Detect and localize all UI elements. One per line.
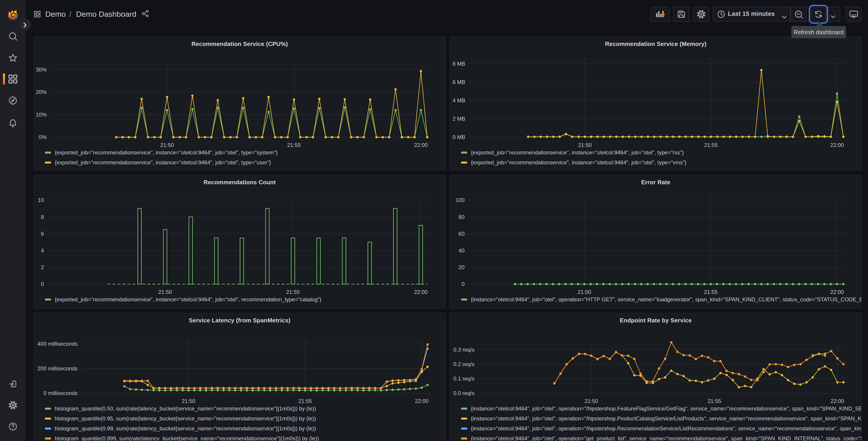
svg-text:30%: 30% — [36, 66, 46, 73]
svg-text:22:00: 22:00 — [414, 289, 428, 295]
svg-text:100: 100 — [456, 197, 465, 203]
svg-text:2 MB: 2 MB — [453, 116, 465, 122]
svg-text:80: 80 — [459, 214, 465, 220]
svg-text:2: 2 — [41, 264, 44, 270]
svg-text:{instance="otelcol:9464", job=: {instance="otelcol:9464", job="otel", op… — [471, 415, 862, 421]
svg-text:400 milliseconds: 400 milliseconds — [37, 341, 78, 347]
svg-text:{instance="otelcol:9464", job=: {instance="otelcol:9464", job="otel", op… — [471, 406, 862, 412]
svg-text:21:55: 21:55 — [298, 398, 312, 404]
svg-text:21:55: 21:55 — [708, 398, 721, 404]
svg-text:histogram_quantile(0.99, sum(r: histogram_quantile(0.99, sum(rate(latenc… — [55, 425, 316, 432]
svg-text:{instance="otelcol:9464", job=: {instance="otelcol:9464", job="otel", op… — [471, 435, 862, 441]
svg-text:{instance="otelcol:9464", job=: {instance="otelcol:9464", job="otel", op… — [471, 296, 862, 302]
svg-text:21:50: 21:50 — [182, 398, 195, 404]
svg-text:60: 60 — [459, 231, 465, 237]
svg-text:0: 0 — [462, 281, 465, 287]
svg-text:{exported_job="recommendations: {exported_job="recommendationservice", i… — [471, 159, 686, 166]
svg-text:{exported_job="recommendations: {exported_job="recommendationservice", i… — [55, 296, 321, 302]
svg-text:22:00: 22:00 — [415, 398, 429, 404]
svg-text:21:50: 21:50 — [578, 289, 591, 295]
svg-text:21:50: 21:50 — [585, 398, 598, 404]
svg-text:0.2 req/s: 0.2 req/s — [454, 361, 474, 367]
svg-text:200 milliseconds: 200 milliseconds — [37, 365, 78, 372]
svg-text:histogram_quantile(0.95, sum(r: histogram_quantile(0.95, sum(rate(latenc… — [55, 415, 316, 421]
svg-text:21:50: 21:50 — [158, 289, 172, 295]
svg-text:22:00: 22:00 — [414, 142, 428, 148]
svg-text:40: 40 — [459, 247, 465, 254]
svg-text:6 MB: 6 MB — [453, 79, 465, 85]
svg-text:0%: 0% — [39, 134, 46, 140]
svg-text:21:55: 21:55 — [287, 142, 301, 148]
svg-text:0 MB: 0 MB — [453, 134, 465, 140]
svg-text:21:50: 21:50 — [160, 142, 174, 148]
svg-text:0.3 req/s: 0.3 req/s — [454, 347, 474, 353]
svg-text:{exported_job="recommendations: {exported_job="recommendationservice", i… — [471, 149, 684, 155]
svg-text:10: 10 — [38, 197, 44, 203]
svg-text:0 milliseconds: 0 milliseconds — [43, 390, 78, 396]
svg-text:20: 20 — [459, 264, 465, 270]
svg-text:6: 6 — [41, 231, 44, 237]
svg-text:{exported_job="recommendations: {exported_job="recommendationservice", i… — [55, 159, 271, 166]
svg-text:4: 4 — [41, 247, 44, 254]
svg-text:4 MB: 4 MB — [453, 97, 465, 104]
svg-text:{instance="otelcol:9464", job=: {instance="otelcol:9464", job="otel", op… — [471, 425, 862, 432]
svg-text:21:55: 21:55 — [704, 289, 717, 295]
svg-text:8: 8 — [41, 214, 44, 220]
svg-text:0.0 req/s: 0.0 req/s — [454, 390, 474, 396]
svg-text:22:00: 22:00 — [831, 398, 844, 404]
svg-text:21:55: 21:55 — [286, 289, 300, 295]
svg-text:21:55: 21:55 — [704, 142, 718, 148]
svg-text:10%: 10% — [36, 112, 46, 118]
svg-text:8 MB: 8 MB — [453, 61, 465, 67]
svg-text:histogram_quantile(0.50, sum(r: histogram_quantile(0.50, sum(rate(latenc… — [55, 406, 316, 412]
svg-text:{exported_job="recommendations: {exported_job="recommendationservice", i… — [55, 149, 278, 155]
svg-text:20%: 20% — [36, 89, 46, 95]
svg-text:0: 0 — [41, 281, 44, 287]
svg-text:histogram_quantile(0.999, sum(: histogram_quantile(0.999, sum(rate(laten… — [55, 435, 319, 441]
svg-text:22:00: 22:00 — [830, 289, 844, 295]
svg-text:22:00: 22:00 — [830, 142, 844, 148]
svg-text:21:50: 21:50 — [578, 142, 592, 148]
svg-text:0.1 req/s: 0.1 req/s — [454, 376, 474, 382]
